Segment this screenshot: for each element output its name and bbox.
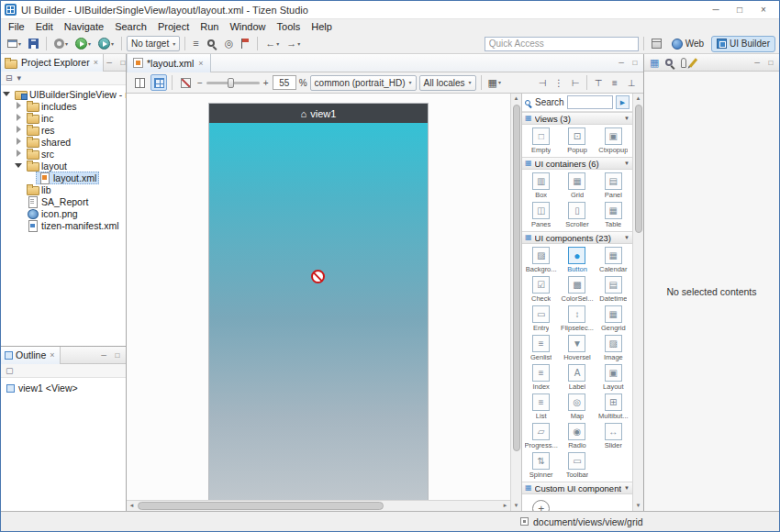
palette-item-scroller[interactable]: ▯Scroller: [559, 201, 595, 229]
tree-item-icon-png[interactable]: icon.png: [1, 207, 126, 219]
palette-section-views-3[interactable]: ▦Views (3)▼: [522, 112, 632, 125]
zoom-value-input[interactable]: [273, 75, 296, 90]
canvas-vertical-scrollbar[interactable]: ▲ ▼: [510, 94, 521, 511]
align-top-button[interactable]: ⊤: [591, 75, 606, 90]
scroll-up-arrow[interactable]: ▲: [511, 94, 521, 104]
scroll-up-arrow[interactable]: ▲: [633, 94, 643, 104]
palette-item-gengrid[interactable]: ▦Gengrid: [596, 305, 631, 333]
collapse-arrow-icon[interactable]: ▼: [624, 116, 630, 121]
grid-view-button[interactable]: [150, 74, 167, 91]
palette-item-radio[interactable]: ◉Radio: [559, 422, 595, 450]
maximize-view-button[interactable]: □: [112, 351, 123, 360]
maximize-view-button[interactable]: □: [630, 59, 641, 67]
view-body[interactable]: [209, 123, 428, 500]
open-perspective-button[interactable]: [649, 36, 664, 52]
web-perspective-button[interactable]: Web: [666, 36, 709, 52]
show-list-button[interactable]: ≡: [190, 36, 201, 52]
menu-window[interactable]: Window: [224, 20, 271, 33]
palette-item-check[interactable]: ☑Check: [523, 275, 559, 304]
zoom-slider[interactable]: [206, 82, 260, 84]
align-left-button[interactable]: ⊣: [535, 75, 550, 90]
palette-item-label[interactable]: ALabel: [559, 363, 595, 392]
menu-run[interactable]: Run: [195, 20, 224, 33]
align-center-button[interactable]: ⋮: [552, 75, 566, 90]
align-bottom-button[interactable]: ⊥: [624, 75, 639, 90]
palette-item-ctxpopup[interactable]: ▣Ctxpopup: [596, 127, 631, 155]
twistie-closed-icon[interactable]: [15, 114, 23, 122]
minimize-view-button[interactable]: ─: [98, 351, 109, 360]
palette-item-calendar[interactable]: ▦Calendar: [596, 246, 631, 274]
palette-item-popup[interactable]: ⊡Popup: [559, 127, 595, 155]
collapse-all-button[interactable]: ⊟: [6, 74, 13, 83]
twistie-closed-icon[interactable]: [15, 150, 23, 158]
vertical-scroll-thumb[interactable]: [513, 105, 520, 451]
menu-file[interactable]: File: [3, 20, 30, 33]
menu-project[interactable]: Project: [152, 20, 195, 33]
twistie-open-icon[interactable]: [15, 161, 23, 170]
search-button[interactable]: [204, 36, 220, 52]
horizontal-scrollbar[interactable]: ◄ ►: [127, 500, 510, 511]
palette-item-genlist[interactable]: ≡Genlist: [523, 334, 559, 362]
palette-search-input[interactable]: [567, 95, 613, 109]
palette-scroll-thumb[interactable]: [635, 105, 642, 233]
tree-item-inc[interactable]: inc: [1, 112, 126, 124]
palette-item-button[interactable]: ●Button: [559, 246, 595, 274]
tree-item-shared[interactable]: shared: [1, 136, 126, 148]
maximize-view-button[interactable]: □: [765, 59, 776, 67]
zoom-slider-thumb[interactable]: [228, 78, 234, 88]
twistie-closed-icon[interactable]: [15, 126, 23, 134]
outline-filter-button[interactable]: ▢: [6, 367, 14, 375]
palette-item-list[interactable]: ≡List: [523, 393, 559, 421]
minimize-view-button[interactable]: ─: [104, 59, 115, 67]
twistie-closed-icon[interactable]: [15, 102, 23, 110]
flag-button[interactable]: [238, 36, 252, 52]
close-icon[interactable]: ×: [197, 59, 204, 68]
palette-section-ui-containers-6[interactable]: ▦UI containers (6)▼: [522, 157, 632, 170]
palette-section-ui-components-23[interactable]: ▦UI components (23)▼: [522, 231, 632, 244]
view-menu-button[interactable]: ▾: [17, 74, 22, 83]
preview-search-button[interactable]: [665, 59, 673, 66]
twistie-open-icon[interactable]: [3, 90, 11, 98]
palette-item-spinner[interactable]: ⇅Spinner: [523, 451, 559, 480]
scroll-left-arrow[interactable]: ◄: [127, 501, 137, 511]
quick-access-input[interactable]: [485, 37, 639, 51]
tree-item-includes[interactable]: includes: [1, 100, 126, 112]
design-canvas[interactable]: ⌂ view1: [127, 94, 510, 500]
ui-builder-perspective-button[interactable]: UI Builder: [711, 36, 775, 52]
palette-item-slider[interactable]: ↔Slider: [596, 422, 631, 450]
zoom-out-button[interactable]: −: [196, 78, 204, 88]
target-combo[interactable]: No target▾: [127, 36, 180, 51]
back-button[interactable]: ←▾: [262, 36, 282, 52]
collapse-arrow-icon[interactable]: ▼: [624, 161, 630, 166]
close-icon[interactable]: ×: [49, 350, 55, 360]
palette-item-datetime[interactable]: ▤Datetime: [596, 275, 631, 304]
menu-navigate[interactable]: Navigate: [59, 20, 109, 33]
palette-item-grid[interactable]: ▦Grid: [559, 172, 595, 200]
palette-vertical-scrollbar[interactable]: ▲ ▼: [632, 94, 643, 511]
edit-button[interactable]: [689, 58, 697, 67]
palette-item-entry[interactable]: ▭Entry: [523, 305, 559, 333]
tree-item-sa-report[interactable]: SA_Report: [1, 195, 126, 207]
minimize-view-button[interactable]: ─: [752, 59, 763, 67]
palette-item-hoversel[interactable]: ▼Hoversel: [559, 334, 595, 362]
palette-item-flipselec[interactable]: ↕Flipselec...: [559, 305, 595, 333]
project-explorer-tab[interactable]: Project Explorer ×: [1, 54, 104, 72]
scroll-down-arrow[interactable]: ▼: [633, 501, 643, 511]
design-view-button[interactable]: [131, 74, 148, 91]
menu-tools[interactable]: Tools: [272, 20, 306, 33]
menu-search[interactable]: Search: [109, 20, 152, 33]
palette-item-layout[interactable]: ▣Layout: [596, 363, 631, 392]
twistie-closed-icon[interactable]: [15, 138, 23, 146]
tree-item-res[interactable]: res: [1, 124, 126, 136]
align-middle-button[interactable]: ≡: [607, 75, 622, 90]
collapse-arrow-icon[interactable]: ▼: [624, 485, 630, 491]
zoom-in-button[interactable]: +: [262, 78, 270, 88]
locale-combo[interactable]: All locales▾: [419, 75, 476, 91]
palette-item-multibut[interactable]: ⊞Multibut...: [596, 393, 631, 421]
minimize-view-button[interactable]: ─: [616, 59, 627, 67]
tree-item-lib[interactable]: lib: [1, 183, 126, 195]
palette-item-map[interactable]: ◎Map: [559, 393, 595, 421]
close-button[interactable]: ×: [752, 3, 775, 17]
close-icon[interactable]: ×: [93, 58, 99, 67]
run-button[interactable]: ▾: [72, 36, 94, 52]
